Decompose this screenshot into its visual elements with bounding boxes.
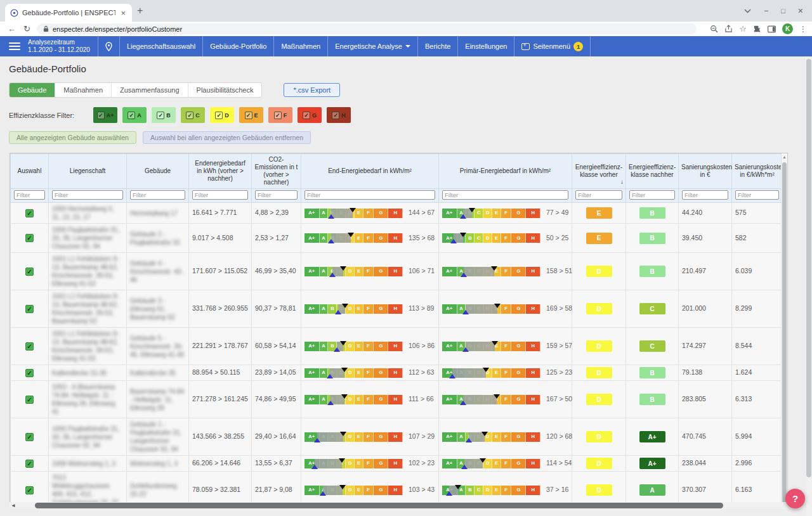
scroll-up-icon[interactable]: ▲	[782, 153, 787, 161]
zoom-icon[interactable]	[710, 25, 718, 33]
column-header-8[interactable]: Energieeffizienz-klasse vorher↓	[572, 154, 626, 189]
sanierungskosten-cell: 238.044	[679, 456, 732, 472]
column-header-10[interactable]: Sanierungskosten in €	[679, 154, 732, 189]
browser-menu-icon[interactable]: ⋮	[799, 25, 807, 34]
window-minimize-button[interactable]: −	[764, 6, 768, 15]
nav-item-berichte[interactable]: Berichte	[417, 36, 457, 56]
marker-vorher-icon	[491, 266, 497, 271]
hscroll-thumb[interactable]	[35, 503, 723, 508]
filter-input-3[interactable]	[130, 190, 185, 200]
efficiency-chip-F[interactable]: ✓F	[268, 107, 292, 123]
row-checkbox[interactable]: ✓	[25, 305, 34, 313]
checkbox-checked-icon[interactable]: ✓	[128, 112, 135, 119]
row-checkbox[interactable]: ✓	[25, 342, 34, 351]
nav-item-massnahmen[interactable]: Maßnahmen	[273, 36, 327, 56]
efficiency-chip-H[interactable]: ✓H	[327, 107, 351, 123]
row-checkbox[interactable]: ✓	[25, 396, 34, 404]
filter-input-7[interactable]	[442, 190, 568, 200]
filter-input-11[interactable]	[735, 190, 779, 200]
sort-desc-icon[interactable]: ↓	[620, 178, 624, 186]
profile-avatar[interactable]: K	[782, 23, 793, 34]
efficiency-chip-G[interactable]: ✓G	[298, 107, 322, 123]
filter-input-10[interactable]	[682, 190, 728, 200]
marker-nachher-icon	[320, 491, 326, 496]
table-vscroll-thumb[interactable]	[782, 162, 787, 505]
efficiency-chip-E[interactable]: ✓E	[239, 107, 263, 123]
checkbox-checked-icon[interactable]: ✓	[215, 112, 223, 119]
window-close-button[interactable]: ×	[798, 6, 803, 16]
nav-item-energetische-analyse[interactable]: Energetische Analyse	[327, 36, 417, 56]
deselect-all-button[interactable]: Auswahl bei allen angezeigten Gebäuden e…	[143, 131, 311, 144]
reload-button[interactable]: ↻	[23, 24, 30, 34]
url-field[interactable]: enspecter.de/enspecter/portfolioCustomer	[37, 23, 697, 34]
new-tab-button[interactable]: +	[137, 6, 143, 16]
column-header-3[interactable]: Gebäude	[127, 154, 189, 189]
share-icon[interactable]	[724, 25, 733, 33]
filter-input-1[interactable]	[14, 190, 45, 200]
browser-tab[interactable]: Gebäude-Portfolio | ENSPECTER ×	[5, 4, 132, 22]
row-checkbox[interactable]: ✓	[25, 234, 34, 242]
table-vertical-scrollbar[interactable]: ▲	[781, 153, 787, 506]
checkbox-checked-icon[interactable]: ✓	[274, 112, 282, 119]
column-header-1[interactable]: Auswahl	[11, 154, 49, 189]
horizontal-scrollbar[interactable]: ◄	[10, 502, 804, 509]
tab-zusammenfassung[interactable]: Zusammenfassung	[112, 83, 188, 97]
efficiency-chip-C[interactable]: ✓C	[181, 107, 205, 123]
filter-cell	[252, 189, 301, 203]
efficiency-chip-A+[interactable]: ✓A+	[93, 107, 117, 123]
filter-input-2[interactable]	[52, 190, 123, 200]
efficiency-chip-A[interactable]: ✓A	[122, 107, 147, 123]
help-button[interactable]: ?	[785, 489, 805, 508]
window-chevron-icon[interactable]	[744, 9, 751, 13]
column-header-5[interactable]: CO2-Emissionen in t (vorher > nachher)	[252, 154, 301, 189]
page-vertical-scrollbar[interactable]	[806, 56, 812, 516]
efficiency-chip-B[interactable]: ✓B	[152, 107, 176, 123]
row-checkbox[interactable]: ✓	[25, 268, 34, 276]
tab-plausibilitaetscheck[interactable]: Plausibilitätscheck	[188, 83, 262, 97]
page-vscroll-thumb[interactable]	[806, 59, 811, 477]
column-header-9[interactable]: Energieeffizienz-klasse nachher	[626, 154, 679, 189]
csv-export-button[interactable]: *.csv Export	[284, 83, 340, 97]
filter-input-8[interactable]	[575, 190, 622, 200]
hamburger-menu-icon[interactable]	[9, 41, 20, 52]
nav-item-einstellungen[interactable]: Einstellungen	[457, 36, 514, 56]
nav-item-liegenschaftsauswahl[interactable]: Liegenschaftsauswahl	[119, 36, 202, 56]
location-pin-icon[interactable]	[105, 42, 113, 51]
tab-massnahmen[interactable]: Maßnahmen	[55, 83, 112, 97]
extensions-icon[interactable]	[753, 25, 761, 33]
filter-input-9[interactable]	[629, 190, 675, 200]
row-checkbox[interactable]: ✓	[25, 486, 34, 494]
row-checkbox[interactable]: ✓	[25, 369, 34, 377]
checkbox-checked-icon[interactable]: ✓	[186, 112, 193, 119]
row-checkbox[interactable]: ✓	[25, 433, 34, 441]
row-checkbox[interactable]: ✓	[25, 460, 34, 468]
nav-item-seitenmenu[interactable]: Seitenmenü 1	[514, 36, 591, 56]
scroll-left-icon[interactable]: ◄	[10, 503, 17, 508]
filter-input-6[interactable]	[304, 190, 435, 200]
column-header-7[interactable]: Primär-Energiebedarf in kWh/m²	[439, 154, 572, 189]
nav-item-gebaeude-portfolio[interactable]: Gebäude-Portfolio	[202, 36, 273, 56]
checkbox-checked-icon[interactable]: ✓	[157, 112, 164, 119]
scale-gray-range	[452, 368, 485, 378]
checkbox-checked-icon[interactable]: ✓	[332, 112, 339, 119]
row-checkbox[interactable]: ✓	[25, 209, 34, 217]
checkbox-checked-icon[interactable]: ✓	[245, 112, 252, 119]
checkbox-checked-icon[interactable]: ✓	[303, 112, 310, 119]
tab-close-icon[interactable]: ×	[119, 9, 127, 17]
tab-gebaeude[interactable]: Gebäude	[10, 83, 55, 97]
back-button[interactable]: ←	[8, 24, 16, 34]
window-maximize-button[interactable]: □	[781, 7, 785, 15]
column-header-2[interactable]: Liegenschaft	[49, 154, 127, 189]
select-all-button[interactable]: Alle angezeigten Gebäude auswählen	[9, 131, 136, 144]
chevron-down-icon	[405, 45, 410, 48]
column-header-6[interactable]: End-Energiebedarf in kWh/m²	[301, 154, 439, 189]
column-header-11[interactable]: Sanierungskosten in €/kWh*m²	[732, 154, 783, 189]
checkbox-checked-icon[interactable]: ✓	[97, 112, 105, 119]
filter-input-5[interactable]	[255, 190, 298, 200]
efficiency-chip-D[interactable]: ✓D	[210, 107, 234, 123]
seitenmenu-icon	[521, 43, 530, 50]
bookmark-star-icon[interactable]: ☆	[739, 24, 747, 34]
column-header-4[interactable]: Endenergiebedarf in kWh (vorher > nachhe…	[189, 154, 252, 189]
side-panel-icon[interactable]	[768, 25, 776, 33]
filter-input-4[interactable]	[192, 190, 248, 200]
